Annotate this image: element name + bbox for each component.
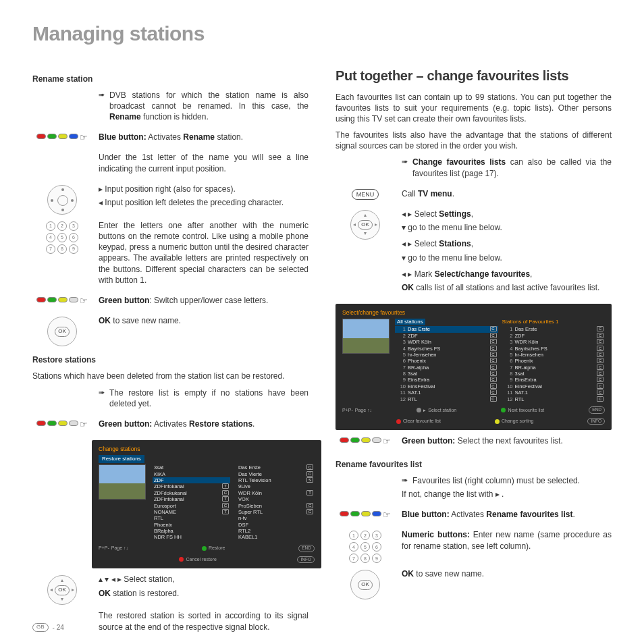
select-settings: ◂ ▸ Select Settings, bbox=[402, 209, 612, 219]
color-buttons-icon bbox=[340, 511, 381, 516]
ok-pad-icon: OK bbox=[47, 317, 77, 346]
tv-screenshot-favourites: Select/change favourites All stations 1D… bbox=[336, 304, 612, 430]
keypad-icon: 123456789 bbox=[46, 221, 78, 254]
hand-icon: ☞ bbox=[80, 419, 88, 429]
right-column: Put together – change favourites lists E… bbox=[336, 67, 612, 642]
restore-stations-heading: Restore stations bbox=[32, 354, 308, 365]
green-next-text: Green button: Select the next favourites… bbox=[402, 435, 612, 446]
ok-restored-text: OK station is restored. bbox=[99, 588, 308, 599]
change-fav-note: Change favourites lists can also be call… bbox=[412, 157, 612, 178]
ok-save-text: OK to save new name. bbox=[99, 315, 308, 326]
goto-line2: ▾ go to the menu line below. bbox=[402, 252, 612, 263]
input-right-text: Input position right (also for spaces). bbox=[99, 184, 308, 194]
goto-line1: ▾ go to the menu line below. bbox=[402, 222, 612, 233]
tv-screenshot-restore: Change stations Restore stations 3satKIK… bbox=[92, 440, 321, 568]
restore-sorted-text: The restored station is sorted in accord… bbox=[99, 610, 308, 632]
tv-preview-image bbox=[99, 464, 146, 500]
ok-pad-icon: ▴▾▸◂ OK bbox=[47, 575, 77, 605]
input-position-text: Under the 1st letter of the name you wil… bbox=[99, 152, 308, 173]
blue-button-rename-text: Blue button: Activates Rename station. bbox=[99, 132, 308, 142]
restore-empty-note: The restore list is empty if no stations… bbox=[109, 387, 308, 409]
color-buttons-icon bbox=[36, 421, 78, 426]
color-buttons-icon bbox=[36, 134, 78, 139]
fav-intro1: Each favourites list can contain up to 9… bbox=[336, 92, 612, 125]
left-column: Rename station DVB stations for which th… bbox=[32, 67, 308, 642]
fav-note2: If not, change the list with ▸ . bbox=[402, 489, 612, 500]
green-restore-text: Green button: Activates Restore stations… bbox=[99, 419, 308, 429]
green-case-text: Green button: Switch upper/lower case le… bbox=[99, 295, 308, 306]
ok-pad-icon: ▴▾▸◂ OK bbox=[350, 210, 380, 240]
rename-fav-heading: Rename favourites list bbox=[336, 459, 612, 470]
numeric-text: Numeric buttons: Enter new name (same pr… bbox=[402, 529, 612, 551]
ok-pad-icon: OK bbox=[350, 570, 380, 599]
select-station-text: ▴ ▾ ◂ ▸ Select station, bbox=[99, 574, 308, 585]
hand-icon: ☞ bbox=[80, 296, 88, 306]
hand-icon: ☞ bbox=[80, 132, 88, 142]
page-title: Managing stations bbox=[32, 20, 612, 48]
menu-button-icon: MENU bbox=[352, 189, 379, 200]
fav-note1: Favourites list (right column) must be s… bbox=[412, 475, 612, 486]
dvb-note: DVB stations for which the station name … bbox=[109, 90, 308, 123]
mark-select-change: ◂ ▸ Mark Select/change favourites, bbox=[402, 269, 612, 279]
favourites-heading: Put together – change favourites lists bbox=[336, 67, 612, 85]
call-tv-menu: Call TV menu. bbox=[402, 188, 612, 199]
select-stations: ◂ ▸ Select Stations, bbox=[402, 238, 612, 249]
dpad-icon bbox=[47, 185, 77, 215]
ok-calls: OK calls list of all stations and last a… bbox=[402, 282, 612, 293]
hand-icon: ☞ bbox=[383, 436, 391, 446]
keypad-icon: 123456789 bbox=[349, 531, 381, 563]
restore-intro: Stations which have been deleted from th… bbox=[32, 371, 308, 381]
color-buttons-icon bbox=[340, 437, 381, 443]
ok-save-fav: OK to save new name. bbox=[402, 568, 612, 579]
rename-station-heading: Rename station bbox=[32, 74, 308, 84]
hand-icon: ☞ bbox=[383, 510, 391, 520]
color-buttons-icon bbox=[36, 297, 78, 302]
input-left-text: Input position left deletes the precedin… bbox=[99, 197, 308, 208]
fav-intro2: The favourites lists also have the advan… bbox=[336, 130, 612, 151]
two-column-layout: Rename station DVB stations for which th… bbox=[32, 67, 612, 642]
tv-preview-image bbox=[342, 319, 390, 354]
blue-fav-text: Blue button: Activates Rename favourites… bbox=[402, 509, 612, 520]
page-footer: GB - 24 bbox=[32, 623, 64, 633]
enter-letters-text: Enter the letters one after another with… bbox=[99, 220, 308, 286]
